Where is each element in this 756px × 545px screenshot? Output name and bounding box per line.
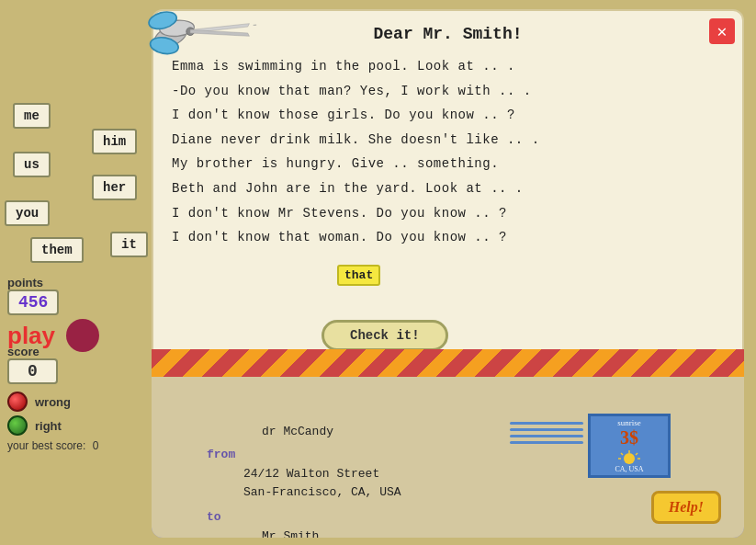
- points-label: points: [7, 276, 99, 290]
- scissors: [147, 5, 257, 55]
- to-label: to: [207, 510, 221, 524]
- svg-line-12: [621, 453, 623, 455]
- from-street: 24/12 Walton Street: [243, 465, 401, 484]
- score-section: score 0 wrong right your best score: 0: [7, 345, 98, 452]
- svg-marker-6: [190, 30, 249, 37]
- points-section: points 456 play: [7, 276, 99, 352]
- postmark-lines: [510, 418, 583, 448]
- score-value: 0: [7, 358, 58, 384]
- letter-line-8: I don't know that woman. Do you know .. …: [172, 225, 724, 250]
- letter-line-5: My brother is hungry. Give .. something.: [172, 152, 724, 176]
- word-us-button[interactable]: us: [13, 152, 51, 177]
- right-indicator: [7, 415, 28, 436]
- letter-line-1: Emma is swimming in the pool. Look at ..…: [172, 54, 724, 79]
- wrong-label: wrong: [35, 395, 71, 409]
- score-label: score: [7, 345, 98, 358]
- letter-line-7: I don't know Mr Stevens. Do you know .. …: [172, 201, 724, 226]
- points-value: 456: [7, 290, 59, 315]
- envelope: dr McCandy from 24/12 Walton Street San-…: [152, 349, 744, 538]
- from-label: from: [207, 448, 235, 461]
- from-city: San-Francisco, CA, USA: [243, 483, 401, 503]
- letter-line-2: -Do you know that man? Yes, I work with …: [172, 79, 724, 104]
- envelope-flap: [152, 349, 744, 377]
- help-button[interactable]: Help!: [651, 491, 721, 524]
- word-her-button[interactable]: her: [92, 175, 137, 200]
- word-you-button[interactable]: you: [5, 200, 50, 226]
- letter-line-4: Diane never drink milk. She doesn't like…: [172, 128, 724, 153]
- envelope-inner: dr McCandy from 24/12 Walton Street San-…: [152, 377, 744, 538]
- best-score-value: 0: [93, 439, 99, 452]
- right-label: right: [35, 419, 62, 433]
- right-status: right: [7, 415, 98, 436]
- check-button[interactable]: Check it!: [322, 320, 448, 351]
- best-score-row: your best score: 0: [7, 439, 98, 452]
- letter-line-6: Beth and John are in the yard. Look at .…: [172, 176, 724, 201]
- best-score-label: your best score:: [7, 439, 85, 452]
- drag-word[interactable]: that: [337, 265, 380, 286]
- wrong-indicator: [7, 392, 28, 412]
- word-them-button[interactable]: them: [30, 237, 84, 263]
- svg-point-8: [624, 453, 635, 464]
- letter-line-3: I don't know those girls. Do you know ..…: [172, 103, 724, 128]
- stamp: sunrise 3$ CA, USA: [588, 414, 671, 478]
- wrong-status: wrong: [7, 392, 98, 412]
- svg-line-10: [636, 453, 638, 455]
- svg-line-7: [254, 24, 257, 26]
- recipient-name: dr McCandy: [262, 423, 401, 442]
- letter-area: ✕ Dear Mr. Smith! Emma is swimming in th…: [152, 9, 744, 354]
- close-button[interactable]: ✕: [709, 18, 735, 44]
- word-him-button[interactable]: him: [92, 129, 137, 154]
- address-area: dr McCandy from 24/12 Walton Street San-…: [207, 423, 401, 538]
- word-it-button[interactable]: it: [110, 232, 148, 257]
- word-me-button[interactable]: me: [13, 103, 51, 129]
- to-name: Mr Smith: [262, 528, 401, 538]
